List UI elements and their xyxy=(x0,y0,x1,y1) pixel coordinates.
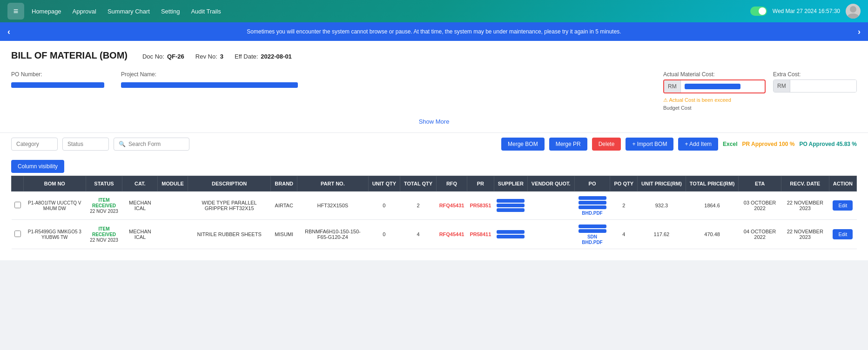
nav-approval[interactable]: Approval xyxy=(73,6,96,17)
row2-action[interactable]: Edit xyxy=(829,220,856,249)
category-filter[interactable] xyxy=(11,138,58,151)
merge-pr-button[interactable]: Merge PR xyxy=(549,138,587,151)
row1-description: WIDE TYPE PARALLEL GRIPPER HFT32X15 xyxy=(188,192,270,220)
nav-logo-icon[interactable]: ≡ xyxy=(7,3,24,20)
rev-no-value: 3 xyxy=(220,53,223,60)
eff-date-label: Eff Date: xyxy=(235,53,258,60)
th-supplier: SUPPLIER xyxy=(494,176,527,192)
bom-title: BILL OF MATERIAL (BOM) xyxy=(11,50,128,61)
bom-meta: Doc No: QF-26 Rev No: 3 Eff Date: 2022-0… xyxy=(142,53,292,60)
row1-total-qty: 2 xyxy=(400,192,437,220)
row2-recv-date: 22 NOVEMBER 2023 xyxy=(781,220,829,249)
status-filter[interactable] xyxy=(62,138,109,151)
excel-button[interactable]: Excel xyxy=(723,141,737,147)
row2-po-qty: 4 xyxy=(610,220,638,249)
extra-cost-input-wrap: RM xyxy=(773,79,857,92)
row1-brand: AIRTAC xyxy=(271,192,297,220)
row1-vendor-quot xyxy=(527,192,574,220)
budget-cost-label: Budget Cost xyxy=(663,105,766,111)
eff-date-value: 2022-08-01 xyxy=(261,53,292,60)
row2-unit-price: 117.62 xyxy=(638,220,686,249)
th-total-price: TOTAL PRICE(RM) xyxy=(686,176,739,192)
table-row: P1-A8O1ITW UUCCTQ VM4UM DW ITEM RECEIVED… xyxy=(12,192,857,220)
row2-eta: 04 OCTOBER 2022 xyxy=(739,220,781,249)
announcement-prev[interactable]: ‹ xyxy=(7,27,10,37)
nav-setting[interactable]: Setting xyxy=(161,6,180,17)
row1-total-price: 1864.6 xyxy=(686,192,739,220)
search-icon: 🔍 xyxy=(119,141,126,147)
doc-no-label: Doc No: xyxy=(142,53,164,60)
add-item-button[interactable]: + Add Item xyxy=(678,138,718,151)
th-brand: BRAND xyxy=(271,176,297,192)
po-number-input[interactable] xyxy=(11,82,104,88)
th-rfq: RFQ xyxy=(437,176,467,192)
nav-homepage[interactable]: Homepage xyxy=(32,6,61,17)
announcement-message: Sometimes you will encounter the system … xyxy=(247,28,621,35)
extra-cost-group: Extra Cost: RM xyxy=(773,71,857,92)
cost-warning: ⚠ Actual Cost is been exceed xyxy=(663,97,766,103)
extra-cost-input[interactable] xyxy=(790,80,856,92)
row2-status: ITEM RECEIVED 22 NOV 2023 xyxy=(86,220,122,249)
row2-description: NITRILE RUBBER SHEETS xyxy=(188,220,270,249)
th-unit-price: UNIT PRICE(RM) xyxy=(638,176,686,192)
column-visibility-button[interactable]: Column visibility xyxy=(11,160,64,173)
th-part-no: PART NO. xyxy=(297,176,369,192)
row2-checkbox[interactable] xyxy=(12,220,24,249)
th-status: STATUS xyxy=(86,176,122,192)
project-name-group: Project Name: xyxy=(121,71,385,90)
row1-bom-no: P1-A8O1ITW UUCCTQ VM4UM DW xyxy=(24,192,86,220)
th-vendor-quot: VENDOR QUOT. xyxy=(527,176,574,192)
nav-avatar[interactable] xyxy=(846,4,861,19)
nav-datetime: Wed Mar 27 2024 16:57:30 xyxy=(773,8,840,14)
th-total-qty: TOTAL QTY xyxy=(400,176,437,192)
actual-cost-label: Actual Material Cost: xyxy=(663,71,766,78)
row2-brand: MISUMI xyxy=(271,220,297,249)
row2-po[interactable]: SDN BHD.PDF xyxy=(574,220,610,249)
table-row: P1-R5499GG NMKGO5 3YIUBW6 TW ITEM RECEIV… xyxy=(12,220,857,249)
row1-action[interactable]: Edit xyxy=(829,192,856,220)
bom-header-section: BILL OF MATERIAL (BOM) Doc No: QF-26 Rev… xyxy=(0,41,868,132)
nav-audit-trails[interactable]: Audit Trails xyxy=(191,6,221,17)
row1-pr[interactable]: PR58351 xyxy=(467,192,494,220)
nav-toggle[interactable] xyxy=(750,7,767,16)
row2-total-qty: 4 xyxy=(400,220,437,249)
col-visibility-wrap: Column visibility xyxy=(0,155,868,176)
row2-module xyxy=(158,220,188,249)
th-recv-date: RECV. DATE xyxy=(781,176,829,192)
row1-po[interactable]: BHD.PDF xyxy=(574,192,610,220)
row1-rfq[interactable]: RFQ45431 xyxy=(437,192,467,220)
announcement-next[interactable]: › xyxy=(858,27,861,37)
row2-rfq[interactable]: RFQ45441 xyxy=(437,220,467,249)
nav-links: Homepage Approval Summary Chart Setting … xyxy=(32,6,750,17)
row2-unit-qty: 0 xyxy=(368,220,400,249)
pr-approved-status: PR Approved 100 % xyxy=(742,141,794,147)
th-eta: ETA xyxy=(739,176,781,192)
import-bom-button[interactable]: + Import BOM xyxy=(626,138,673,151)
actual-cost-input-wrap: RM xyxy=(663,79,766,93)
po-number-group: PO Number: xyxy=(11,71,114,90)
top-nav: ≡ Homepage Approval Summary Chart Settin… xyxy=(0,0,868,22)
row1-supplier xyxy=(494,192,527,220)
project-name-input[interactable] xyxy=(121,82,298,88)
th-action: ACTION xyxy=(829,176,856,192)
row2-cat: MECHAN ICAL xyxy=(122,220,158,249)
delete-button[interactable]: Delete xyxy=(592,138,621,151)
row1-eta: 03 OCTOBER 2022 xyxy=(739,192,781,220)
row1-module xyxy=(158,192,188,220)
extra-cost-prefix: RM xyxy=(774,80,790,92)
merge-bom-button[interactable]: Merge BOM xyxy=(501,138,545,151)
svg-point-1 xyxy=(848,13,859,19)
nav-summary-chart[interactable]: Summary Chart xyxy=(108,6,150,17)
row1-cat: MECHAN ICAL xyxy=(122,192,158,220)
th-po-qty: PO QTY xyxy=(610,176,638,192)
show-more-link[interactable]: Show More xyxy=(11,114,857,127)
row1-status: ITEM RECEIVED 22 NOV 2023 xyxy=(86,192,122,220)
row2-pr[interactable]: PR58411 xyxy=(467,220,494,249)
table-header-row: BOM NO STATUS CAT. MODULE DESCRIPTION BR… xyxy=(12,176,857,192)
row2-bom-no: P1-R5499GG NMKGO5 3YIUBW6 TW xyxy=(24,220,86,249)
row1-po-qty: 2 xyxy=(610,192,638,220)
search-form-input[interactable] xyxy=(128,141,184,147)
th-bom-no: BOM NO xyxy=(24,176,86,192)
row1-checkbox[interactable] xyxy=(12,192,24,220)
row1-unit-price: 932.3 xyxy=(638,192,686,220)
